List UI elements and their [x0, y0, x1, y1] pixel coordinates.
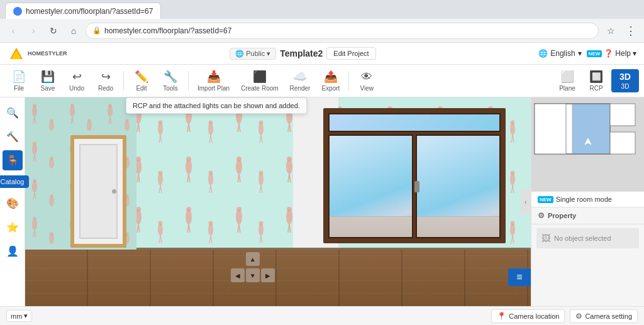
- tool-separator-1: [123, 71, 124, 91]
- redo-label: Redo: [98, 85, 113, 92]
- help-label: Help: [615, 49, 631, 58]
- sidebar-item-furniture[interactable]: 🪑: [3, 150, 23, 170]
- tool-view[interactable]: 👁 View: [353, 68, 380, 94]
- no-object-box: 🖼 No object selected: [536, 228, 639, 248]
- camera-location-icon: 📍: [497, 312, 506, 321]
- view-icon: 👁: [361, 70, 372, 84]
- forward-button[interactable]: ›: [25, 23, 42, 39]
- tool-separator-3: [348, 71, 349, 91]
- project-title: Template2: [280, 48, 323, 58]
- 3d-label: 3D: [621, 83, 630, 90]
- sidebar-item-material[interactable]: 🎨: [3, 193, 23, 213]
- tool-plane[interactable]: ⬜ Plane: [553, 67, 581, 94]
- right-panel: NEW Single room mode ⚙ Property 🖼 No obj…: [531, 97, 644, 306]
- browser-chrome: homestyler.com/floorplan/?assetId=67 ‹ ›…: [0, 0, 644, 43]
- catalog-button[interactable]: Catalog: [0, 175, 29, 188]
- room-scene: ▲ ◀ ▼ ▶: [25, 97, 531, 306]
- property-header: ⚙ Property: [538, 211, 638, 220]
- header-left: HOMESTYLER: [8, 47, 67, 60]
- svg-rect-21: [572, 104, 610, 154]
- render-label: Render: [290, 85, 311, 92]
- save-icon: 💾: [41, 70, 55, 84]
- tool-separator-2: [188, 71, 189, 91]
- tool-create-room[interactable]: ⬛ Create Room: [236, 67, 283, 94]
- no-object-text: No object selected: [554, 234, 611, 242]
- minimap: [531, 97, 644, 192]
- tool-edit[interactable]: ✏️ Edit: [128, 67, 155, 94]
- floor-plan-icon: ≡: [516, 272, 522, 283]
- single-room-label: Single room mode: [556, 196, 612, 203]
- property-label: Property: [548, 212, 576, 219]
- svg-rect-20: [535, 104, 566, 154]
- save-label: Save: [41, 85, 55, 92]
- logo: HOMESTYLER: [8, 47, 67, 60]
- sidebar-item-profile[interactable]: 👤: [3, 241, 23, 261]
- redo-icon: ↪: [101, 70, 111, 84]
- language-selector[interactable]: 🌐 English ▾: [538, 49, 581, 58]
- import-plan-label: Import Plan: [197, 85, 230, 92]
- app-container: HOMESTYLER 🌐 Public ▾ Template2 Edit Pro…: [0, 43, 644, 325]
- svg-rect-23: [610, 132, 635, 154]
- sidebar-item-search[interactable]: 🔍: [3, 102, 23, 123]
- toolbar: 📄 File 💾 Save ↩ Undo ↪ Redo ✏️ Edit 🔧 To…: [0, 65, 644, 97]
- file-icon: 📄: [12, 70, 26, 84]
- address-bar[interactable]: 🔒 homestyler.com/floorplan/?assetId=67: [86, 23, 599, 39]
- header-center: 🌐 Public ▾ Template2 Edit Project: [230, 47, 375, 60]
- tool-import-plan[interactable]: 📥 Import Plan: [192, 67, 235, 94]
- tool-redo[interactable]: ↪ Redo: [92, 67, 119, 94]
- nav-up-arrow[interactable]: ▲: [246, 252, 260, 266]
- minimap-content: [531, 97, 644, 191]
- menu-button[interactable]: ⋮: [623, 23, 639, 39]
- nav-down-arrow[interactable]: ▼: [246, 268, 260, 282]
- render-icon: ☁️: [293, 70, 307, 84]
- browser-tab[interactable]: homestyler.com/floorplan/?assetId=67: [5, 3, 161, 19]
- camera-setting-btn[interactable]: ⚙ Camera setting: [570, 309, 638, 323]
- view-label: View: [360, 85, 374, 92]
- plane-icon: ⬜: [560, 70, 574, 84]
- tool-rcp[interactable]: 🔲 RCP: [582, 67, 610, 94]
- tool-render[interactable]: ☁️ Render: [285, 67, 316, 94]
- main-area: 🔍 🔨 🪑 Catalog 🎨 ⭐ 👤: [0, 97, 644, 306]
- star-button[interactable]: ☆: [602, 23, 619, 39]
- sidebar-item-build[interactable]: 🔨: [3, 126, 23, 146]
- help-button[interactable]: NEW ❓ Help ▾: [587, 49, 636, 58]
- nav-right-arrow[interactable]: ▶: [261, 268, 275, 282]
- export-label: Export: [321, 85, 340, 92]
- tab-label: homestyler.com/floorplan/?assetId=67: [26, 7, 153, 16]
- tools-label: Tools: [163, 85, 177, 92]
- tool-tools[interactable]: 🔧 Tools: [157, 67, 184, 94]
- edit-project-button[interactable]: Edit Project: [326, 47, 375, 60]
- app-header: HOMESTYLER 🌐 Public ▾ Template2 Edit Pro…: [0, 43, 644, 65]
- sidebar-item-favorites[interactable]: ⭐: [3, 217, 23, 237]
- language-label: English: [550, 49, 575, 58]
- camera-location-btn[interactable]: 📍 Camera location: [491, 309, 565, 323]
- unit-selector[interactable]: mm ▾: [6, 310, 32, 322]
- tool-save[interactable]: 💾 Save: [34, 67, 62, 94]
- minimap-svg: [531, 97, 644, 191]
- unit-label: mm: [11, 312, 22, 320]
- tool-3d[interactable]: 3D 3D: [611, 69, 639, 92]
- home-button[interactable]: ⌂: [65, 23, 82, 39]
- tool-export[interactable]: 📤 Export: [316, 67, 345, 94]
- camera-setting-label: Camera setting: [585, 312, 632, 320]
- undo-icon: ↩: [72, 70, 82, 84]
- single-room-mode[interactable]: NEW Single room mode: [531, 192, 644, 207]
- tab-favicon: [13, 7, 22, 16]
- reload-button[interactable]: ↻: [45, 23, 62, 39]
- edit-label: Edit: [136, 85, 147, 92]
- right-panel-expand-btn[interactable]: ‹: [521, 189, 531, 214]
- svg-rect-22: [610, 104, 635, 126]
- viewport: ▲ ◀ ▼ ▶ ≡: [25, 97, 531, 306]
- visibility-dropdown[interactable]: 🌐 Public ▾: [230, 48, 276, 60]
- lock-icon: 🔒: [92, 26, 101, 35]
- plane-label: Plane: [559, 85, 575, 92]
- edit-icon: ✏️: [135, 70, 148, 84]
- tool-undo[interactable]: ↩ Undo: [63, 67, 91, 94]
- nav-left-arrow[interactable]: ◀: [231, 268, 245, 282]
- back-button[interactable]: ‹: [5, 23, 21, 39]
- import-plan-icon: 📥: [207, 70, 221, 84]
- floor-plan-icon-btn[interactable]: ≡: [508, 268, 531, 286]
- address-text: homestyler.com/floorplan/?assetId=67: [104, 26, 231, 35]
- tool-file[interactable]: 📄 File: [5, 67, 33, 94]
- create-room-label: Create Room: [241, 85, 278, 92]
